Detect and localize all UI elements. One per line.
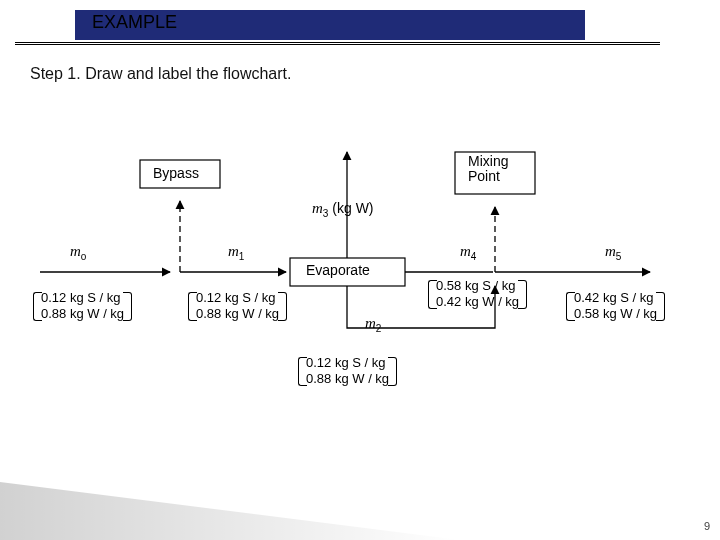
m4-label: m4 [460,243,476,262]
evaporate-label: Evaporate [306,262,370,278]
page-number: 9 [704,520,710,532]
comp-m5: 0.42 kg S / kg 0.58 kg W / kg [568,290,663,323]
m2-label: m2 [365,315,381,334]
m5-label: m5 [605,243,621,262]
comp-m0: 0.12 kg S / kg 0.88 kg W / kg [35,290,130,323]
comp-m2: 0.12 kg S / kg 0.88 kg W / kg [300,355,395,388]
comp-m1: 0.12 kg S / kg 0.88 kg W / kg [190,290,285,323]
mixing-label: Mixing Point [468,154,508,185]
mixing-label-text: Mixing Point [468,153,508,184]
bypass-label: Bypass [153,165,199,181]
comp-m4: 0.58 kg S / kg 0.42 kg W / kg [430,278,525,311]
m3-label: m3 (kg W) [312,200,374,219]
m1-label: m1 [228,243,244,262]
m0-label: mo [70,243,86,262]
